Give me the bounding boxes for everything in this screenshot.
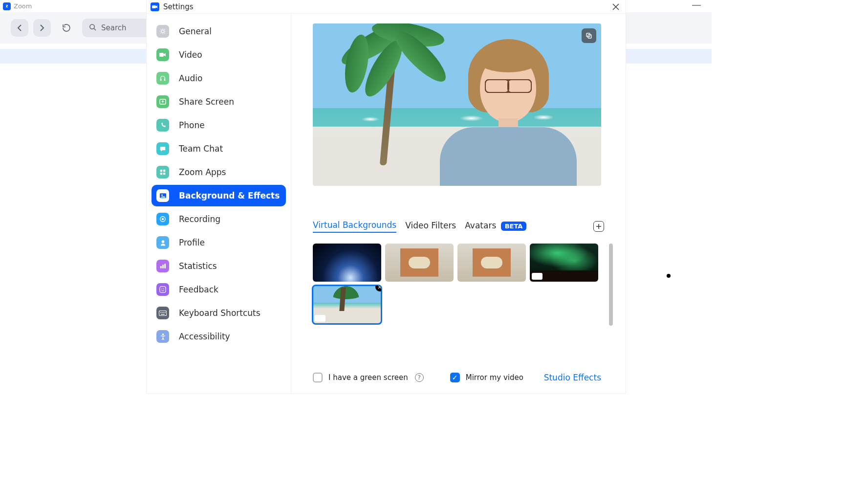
sidebar-item-feedback[interactable]: Feedback <box>152 279 286 300</box>
background-icon <box>156 189 169 202</box>
svg-rect-5 <box>164 79 166 81</box>
sidebar-item-zoom-apps[interactable]: Zoom Apps <box>152 161 286 183</box>
sidebar-item-label: Video <box>179 50 202 60</box>
bg-thumbnail-office-1[interactable] <box>385 244 454 282</box>
history-button[interactable] <box>58 19 75 37</box>
tab-avatars[interactable]: Avatars BETA <box>465 221 526 233</box>
svg-point-24 <box>162 312 163 313</box>
add-background-button[interactable] <box>593 221 604 232</box>
smiley-icon <box>156 283 169 296</box>
search-icon <box>89 23 96 33</box>
gear-icon <box>156 25 169 38</box>
sidebar-item-label: General <box>179 26 212 36</box>
sidebar-item-background-effects[interactable]: Background & Effects <box>152 185 286 206</box>
camera-indicator-dot <box>667 274 671 278</box>
sidebar-item-team-chat[interactable]: Team Chat <box>152 138 286 159</box>
svg-rect-3 <box>159 53 164 57</box>
video-preview <box>313 23 601 186</box>
modal-title-bar: Settings <box>147 0 626 14</box>
sidebar-item-label: Share Screen <box>179 97 234 107</box>
video-camera-icon <box>156 48 169 61</box>
bg-thumbnail-office-2[interactable] <box>457 244 526 282</box>
svg-rect-4 <box>160 79 162 81</box>
tab-virtual-backgrounds[interactable]: Virtual Backgrounds <box>313 220 396 233</box>
svg-rect-7 <box>160 170 162 172</box>
bg-thumbnail-beach[interactable]: ✕ <box>313 286 381 324</box>
close-icon <box>612 3 619 10</box>
rotate-camera-button[interactable] <box>582 28 596 43</box>
sidebar-item-general[interactable]: General <box>152 21 286 42</box>
chevron-right-icon <box>40 24 44 31</box>
studio-effects-link[interactable]: Studio Effects <box>544 373 601 382</box>
sidebar-item-accessibility[interactable]: Accessibility <box>152 326 286 347</box>
sidebar-item-keyboard-shortcuts[interactable]: Keyboard Shortcuts <box>152 302 286 324</box>
close-button[interactable] <box>610 1 622 13</box>
minimize-icon[interactable] <box>692 5 701 6</box>
svg-point-12 <box>161 195 163 196</box>
greenscreen-checkbox[interactable] <box>313 373 323 382</box>
svg-point-20 <box>161 289 162 290</box>
sidebar-item-audio[interactable]: Audio <box>152 67 286 89</box>
zoom-app-icon: z <box>3 2 11 10</box>
sidebar-item-label: Phone <box>179 120 205 130</box>
thumbnails-scrollbar[interactable] <box>609 244 613 326</box>
sidebar-item-label: Profile <box>179 238 205 247</box>
svg-rect-9 <box>160 173 162 175</box>
svg-point-28 <box>162 334 164 335</box>
svg-point-26 <box>165 312 166 313</box>
sidebar-item-label: Feedback <box>179 285 218 294</box>
sidebar-item-video[interactable]: Video <box>152 44 286 66</box>
svg-point-0 <box>90 24 94 28</box>
greenscreen-label: I have a green screen <box>328 373 408 382</box>
svg-rect-19 <box>160 287 166 292</box>
background-options-row: I have a green screen ? ✓ Mirror my vide… <box>313 373 601 382</box>
sidebar-item-share-screen[interactable]: Share Screen <box>152 91 286 112</box>
remove-thumbnail-button[interactable]: ✕ <box>375 286 381 291</box>
svg-point-23 <box>160 312 161 313</box>
record-icon <box>156 213 169 225</box>
modal-title: Settings <box>163 2 194 11</box>
beta-badge: BETA <box>501 222 527 231</box>
svg-point-14 <box>162 218 164 221</box>
plus-icon <box>596 223 602 229</box>
settings-content-panel: Virtual Backgrounds Video Filters Avatar… <box>291 14 626 393</box>
share-screen-icon <box>156 95 169 108</box>
video-indicator-icon <box>315 315 326 322</box>
settings-sidebar: General Video Audio Share Screen <box>147 14 291 393</box>
zoom-app-icon <box>151 2 159 11</box>
sidebar-item-recording[interactable]: Recording <box>152 208 286 230</box>
user-icon <box>156 236 169 249</box>
sidebar-item-label: Accessibility <box>179 332 230 341</box>
app-title: Zoom <box>14 2 32 10</box>
background-tabs: Virtual Backgrounds Video Filters Avatar… <box>313 220 604 233</box>
sidebar-item-label: Team Chat <box>179 144 223 154</box>
nav-back-button[interactable] <box>11 19 28 37</box>
history-icon <box>62 23 71 33</box>
rotate-icon <box>585 32 593 40</box>
apps-icon <box>156 166 169 178</box>
chevron-left-icon <box>17 24 22 31</box>
sidebar-item-statistics[interactable]: Statistics <box>152 255 286 277</box>
svg-point-25 <box>163 312 164 313</box>
svg-rect-22 <box>159 311 167 315</box>
mirror-checkbox[interactable]: ✓ <box>450 373 460 382</box>
background-thumbnails: ✕ <box>313 244 598 324</box>
sidebar-item-phone[interactable]: Phone <box>152 114 286 136</box>
sidebar-item-label: Background & Effects <box>179 191 280 200</box>
video-indicator-icon <box>532 273 542 280</box>
tab-video-filters[interactable]: Video Filters <box>405 221 456 232</box>
svg-rect-10 <box>163 173 165 175</box>
greenscreen-help-icon[interactable]: ? <box>415 373 424 382</box>
sidebar-item-profile[interactable]: Profile <box>152 232 286 253</box>
svg-rect-16 <box>160 266 161 268</box>
chart-bar-icon <box>156 260 169 272</box>
bg-thumbnail-aurora[interactable] <box>530 244 598 282</box>
svg-rect-27 <box>161 314 165 315</box>
nav-forward-button[interactable] <box>33 19 51 37</box>
bg-thumbnail-earth[interactable] <box>313 244 381 282</box>
svg-rect-17 <box>162 265 164 268</box>
sidebar-item-label: Audio <box>179 73 202 83</box>
sidebar-item-label: Keyboard Shortcuts <box>179 308 260 318</box>
svg-point-15 <box>161 240 164 243</box>
phone-icon <box>156 119 169 132</box>
